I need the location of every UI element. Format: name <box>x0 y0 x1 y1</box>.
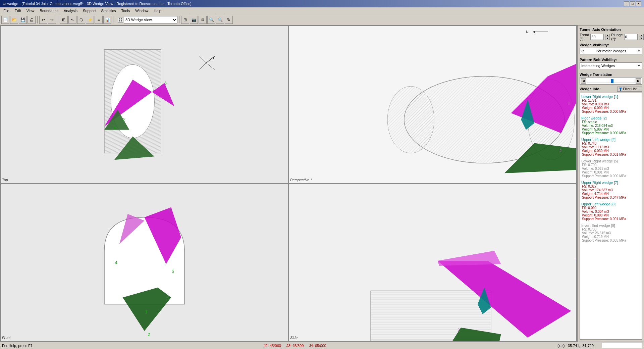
viewport-side[interactable]: 7 2 Side <box>288 184 577 341</box>
slider-left-btn[interactable]: ◀ <box>581 78 586 84</box>
filter-btn-label: Filter List ... <box>623 87 640 91</box>
wedge-visibility-icon: ⊙ <box>581 49 584 53</box>
zoom-out-btn[interactable]: 🔍 <box>216 16 224 24</box>
pattern-bolt-value: Intersecting Wedges <box>581 64 615 68</box>
slider-track[interactable] <box>587 79 635 83</box>
wedge-list-item[interactable]: Lower Right wedge [5] FS: 0.700 Volume: … <box>581 159 640 178</box>
bolt-button[interactable]: ⚡ <box>86 16 94 24</box>
status-progress <box>602 343 642 348</box>
redo-button[interactable]: ↪ <box>48 16 56 24</box>
plunge-spinner[interactable]: ▲ ▼ <box>639 34 644 40</box>
layout-btn[interactable]: ⊞ <box>181 16 189 24</box>
zoom-in-btn[interactable]: 🔍 <box>207 16 215 24</box>
compass-n-label: N <box>526 30 529 34</box>
wedge-list-item[interactable]: Upper Left wedge [8] FS: 0.000 Volume: 0… <box>581 202 640 221</box>
menu-window[interactable]: Window <box>133 8 150 13</box>
j2-status: J2: 45/060 <box>264 344 281 348</box>
wedge-list-item[interactable]: Floor wedge [2] FS: stable Volume: 218.0… <box>581 116 640 135</box>
svg-text:5: 5 <box>164 81 167 86</box>
wedge-visibility-label: Wedge Visibility: <box>580 43 642 47</box>
plunge-up[interactable]: ▲ <box>639 34 644 37</box>
print-button[interactable]: 🖨 <box>28 16 36 24</box>
plunge-down[interactable]: ▼ <box>639 37 644 40</box>
menu-boundaries[interactable]: Boundaries <box>38 8 60 13</box>
trend-up[interactable]: ▲ <box>605 34 610 37</box>
compass-area: N <box>526 29 549 35</box>
main-layout: 5 2 4 Top <box>0 26 644 342</box>
top-viewport-label: Top <box>2 178 8 182</box>
wedge-visibility-value: Perimeter Wedges <box>596 49 626 53</box>
svg-rect-2 <box>119 20 120 21</box>
wedge-visibility-dropdown[interactable]: ⊙ Perimeter Wedges ▼ <box>580 48 642 54</box>
svg-text:4: 4 <box>115 260 117 265</box>
svg-marker-33 <box>533 31 535 33</box>
toolbar: 📄 📂 💾 🖨 ↩ ↪ ⊞ ↖ ⬡ ⚡ ≡ 📊 3D Wedge View ⊞ … <box>0 14 644 26</box>
right-panel: Tunnel Axis Orientation Trend (°): ▲ ▼ P… <box>577 26 644 342</box>
menu-file[interactable]: File <box>1 8 11 13</box>
viewport-top[interactable]: 5 2 4 Top <box>0 26 288 184</box>
svg-text:2: 2 <box>458 328 460 333</box>
wedge-list-item[interactable]: Upper Left wedge [4] FS: 0.740 Volume: 1… <box>581 138 640 156</box>
svg-text:5: 5 <box>172 269 174 274</box>
wedge-list-item[interactable]: Invert End wedge [9] FS: 0.700 Volume: 2… <box>581 223 640 242</box>
translation-slider[interactable]: ◀ ▶ <box>580 77 642 85</box>
wedge-info-list[interactable]: Lower Right wedge [1] FS: 1.771 Volume: … <box>580 93 642 340</box>
camera-btn[interactable]: 📷 <box>190 16 198 24</box>
svg-rect-0 <box>119 18 120 19</box>
svg-point-22 <box>387 86 434 153</box>
coords-status: (x,z)= 35.741, -31.720 <box>557 344 594 348</box>
open-button[interactable]: 📂 <box>10 16 18 24</box>
wedge-info-section: Wedge Info: Filter List ... Lower Right … <box>580 87 642 340</box>
viewport-perspective[interactable]: 7 8 2 N N Perspective * <box>288 26 577 184</box>
calc-button[interactable]: ≡ <box>95 16 103 24</box>
new-button[interactable]: 📄 <box>1 16 9 24</box>
rotate-btn[interactable]: ↻ <box>225 16 233 24</box>
maximize-button[interactable]: □ <box>630 1 635 6</box>
trend-input[interactable] <box>590 34 604 40</box>
wedge-translation-section: Wedge Translation ◀ ▶ <box>580 72 642 85</box>
status-bar: For Help, press F1 J2: 45/060 J3: 45/300… <box>0 342 644 349</box>
menu-edit[interactable]: Edit <box>13 8 23 13</box>
slider-thumb[interactable] <box>611 79 613 83</box>
table-button[interactable]: 📊 <box>103 16 111 24</box>
plunge-input[interactable] <box>624 34 638 40</box>
pattern-bolt-label: Pattern Bolt Vsibility: <box>580 58 642 62</box>
tunnel-axis-section: Tunnel Axis Orientation Trend (°): ▲ ▼ P… <box>580 28 642 41</box>
app-title: Unwedge - [Tutorial 04 Joint Combination… <box>3 2 192 6</box>
close-button[interactable]: ✕ <box>636 1 641 6</box>
grid-button[interactable]: ⊞ <box>60 16 68 24</box>
trend-spinner[interactable]: ▲ ▼ <box>605 34 610 40</box>
svg-line-17 <box>200 63 206 70</box>
viewport-front[interactable]: 7 8 4 5 2 1 Front <box>0 184 288 341</box>
view-selector[interactable]: 3D Wedge View <box>118 16 177 23</box>
svg-text:2: 2 <box>148 332 150 337</box>
view-select-dropdown[interactable]: 3D Wedge View <box>124 16 177 23</box>
title-bar-buttons[interactable]: _ □ ✕ <box>624 1 641 6</box>
select-button[interactable]: ↖ <box>68 16 76 24</box>
polygon-button[interactable]: ⬡ <box>77 16 85 24</box>
svg-rect-1 <box>121 18 122 19</box>
svg-text:4: 4 <box>114 126 116 130</box>
wedge-visibility-section: Wedge Visibility: ⊙ Perimeter Wedges ▼ <box>580 43 642 56</box>
menu-bar: File Edit View Boundaries Analysis Suppo… <box>0 7 644 14</box>
wedge-list-item[interactable]: Lower Right wedge [1] FS: 1.771 Volume: … <box>581 95 640 113</box>
pattern-bolt-arrow: ▼ <box>638 64 640 67</box>
fit-btn[interactable]: ⊡ <box>199 16 207 24</box>
menu-view[interactable]: View <box>24 8 37 13</box>
filter-list-button[interactable]: Filter List ... <box>617 87 642 92</box>
minimize-button[interactable]: _ <box>624 1 629 6</box>
undo-button[interactable]: ↩ <box>39 16 47 24</box>
menu-statistics[interactable]: Statistics <box>99 8 118 13</box>
wedge-list-item[interactable]: Upper Right wedge [7] FS: 0.327 Volume: … <box>581 181 640 199</box>
pattern-bolt-dropdown[interactable]: Intersecting Wedges ▼ <box>580 62 642 69</box>
menu-support[interactable]: Support <box>81 8 98 13</box>
trend-down[interactable]: ▼ <box>605 37 610 40</box>
wedge-info-header: Wedge Info: Filter List ... <box>580 87 642 92</box>
svg-line-13 <box>206 56 215 63</box>
menu-analysis[interactable]: Analysis <box>62 8 79 13</box>
menu-tools[interactable]: Tools <box>119 8 132 13</box>
menu-help[interactable]: Help <box>152 8 163 13</box>
save-button[interactable]: 💾 <box>19 16 27 24</box>
help-text: For Help, press F1 <box>2 344 33 348</box>
slider-right-btn[interactable]: ▶ <box>636 78 641 84</box>
